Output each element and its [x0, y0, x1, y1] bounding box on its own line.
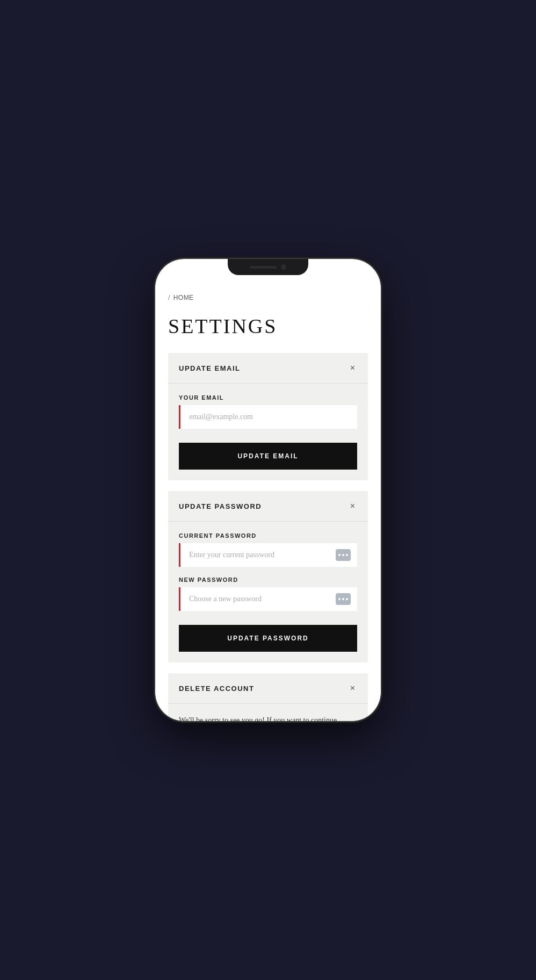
email-input[interactable] — [179, 405, 357, 429]
update-email-button[interactable]: UPDATE EMAIL — [179, 443, 357, 470]
update-password-button[interactable]: UPDATE PASSWORD — [179, 625, 357, 652]
eye-dot-4 — [338, 598, 341, 600]
update-password-close-button[interactable]: × — [348, 501, 357, 511]
eye-dots — [338, 554, 348, 556]
eye-dot-2 — [342, 554, 344, 556]
delete-account-close-button[interactable]: × — [348, 683, 357, 694]
eye-dot-1 — [338, 554, 341, 556]
new-password-label: NEW PASSWORD — [179, 577, 357, 583]
update-email-body: YOUR EMAIL UPDATE EMAIL — [168, 384, 368, 480]
eye-dots-2 — [338, 598, 348, 600]
camera — [281, 264, 286, 270]
email-input-wrapper — [179, 405, 357, 429]
breadcrumb-home[interactable]: HOME — [173, 294, 194, 301]
update-password-title: UPDATE PASSWORD — [179, 502, 262, 510]
email-field-label: YOUR EMAIL — [179, 394, 357, 401]
current-password-input[interactable] — [179, 543, 357, 567]
eye-dot-3 — [346, 554, 348, 556]
phone-frame: / HOME SETTINGS UPDATE EMAIL × YOUR EMAI… — [155, 259, 381, 721]
eye-dot-5 — [342, 598, 344, 600]
update-email-title: UPDATE EMAIL — [179, 364, 241, 372]
current-password-wrapper — [179, 543, 357, 567]
delete-account-header: DELETE ACCOUNT × — [168, 673, 368, 704]
new-password-input[interactable] — [179, 587, 357, 611]
speaker — [250, 266, 277, 269]
update-email-close-button[interactable]: × — [348, 363, 357, 373]
update-password-body: CURRENT PASSWORD — [168, 522, 368, 662]
new-password-toggle-icon[interactable] — [336, 593, 351, 605]
current-password-label: CURRENT PASSWORD — [179, 532, 357, 539]
update-password-section: UPDATE PASSWORD × CURRENT PASSWORD — [168, 491, 368, 662]
email-field-group: YOUR EMAIL — [179, 394, 357, 429]
update-email-section: UPDATE EMAIL × YOUR EMAIL UPDATE EMAIL — [168, 353, 368, 480]
content-area: / HOME SETTINGS UPDATE EMAIL × YOUR EMAI… — [155, 278, 381, 721]
delete-account-section: DELETE ACCOUNT × We'll be sorry to see y… — [168, 673, 368, 721]
update-email-header: UPDATE EMAIL × — [168, 353, 368, 384]
current-password-field-group: CURRENT PASSWORD — [179, 532, 357, 567]
delete-account-body: We'll be sorry to see you go! If you wan… — [168, 704, 368, 721]
page-title: SETTINGS — [168, 314, 368, 338]
breadcrumb: / HOME — [168, 293, 368, 301]
delete-account-title: DELETE ACCOUNT — [179, 684, 254, 693]
new-password-wrapper — [179, 587, 357, 611]
breadcrumb-separator: / — [168, 293, 170, 301]
delete-description-text: We'll be sorry to see you go! If you wan… — [179, 716, 339, 721]
new-password-field-group: NEW PASSWORD — [179, 577, 357, 611]
delete-account-description: We'll be sorry to see you go! If you wan… — [179, 715, 357, 721]
update-password-header: UPDATE PASSWORD × — [168, 491, 368, 522]
notch — [228, 259, 308, 275]
screen: / HOME SETTINGS UPDATE EMAIL × YOUR EMAI… — [155, 259, 381, 721]
eye-dot-6 — [346, 598, 348, 600]
current-password-toggle-icon[interactable] — [336, 549, 351, 561]
